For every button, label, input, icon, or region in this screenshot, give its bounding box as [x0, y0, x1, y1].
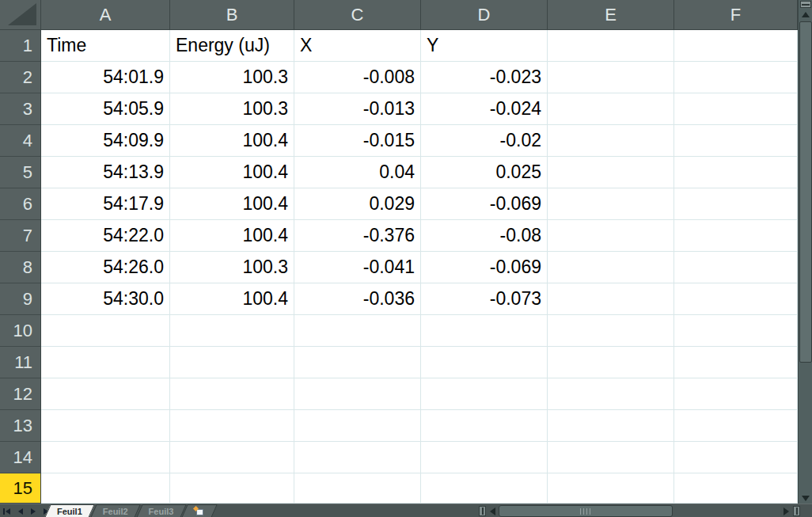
cell-F12[interactable] [674, 378, 798, 410]
cell-D7[interactable]: -0.08 [421, 220, 548, 252]
row-header-15[interactable]: 15 [0, 473, 41, 504]
cell-E15[interactable] [548, 473, 674, 504]
cell-A7[interactable]: 54:22.0 [41, 220, 170, 252]
cell-B4[interactable]: 100.4 [170, 125, 294, 157]
sheet-tab-feuil1[interactable]: Feuil1 [47, 504, 92, 517]
cell-D5[interactable]: 0.025 [421, 157, 548, 188]
column-header-D[interactable]: D [421, 0, 548, 30]
cell-B10[interactable] [170, 315, 294, 347]
cell-F2[interactable] [674, 62, 798, 93]
row-header-8[interactable]: 8 [0, 252, 41, 283]
cell-E1[interactable] [548, 30, 674, 62]
cell-B5[interactable]: 100.4 [170, 157, 294, 188]
insert-worksheet-tab[interactable] [184, 504, 214, 517]
cell-C9[interactable]: -0.036 [294, 283, 421, 315]
cell-A11[interactable] [41, 347, 170, 378]
cell-E9[interactable] [548, 283, 674, 315]
cell-A9[interactable]: 54:30.0 [41, 283, 170, 315]
cell-D15[interactable] [421, 473, 548, 504]
cell-C8[interactable]: -0.041 [294, 252, 421, 283]
cell-F10[interactable] [674, 315, 798, 347]
cell-F1[interactable] [674, 30, 798, 62]
cell-F4[interactable] [674, 125, 798, 157]
cell-B3[interactable]: 100.3 [170, 93, 294, 125]
cell-C10[interactable] [294, 315, 421, 347]
cell-D3[interactable]: -0.024 [421, 93, 548, 125]
cell-A15[interactable] [41, 473, 170, 504]
cell-D11[interactable] [421, 347, 548, 378]
cell-B12[interactable] [170, 378, 294, 410]
cell-B6[interactable]: 100.4 [170, 188, 294, 220]
vertical-scrollbar[interactable] [798, 0, 812, 504]
cell-C3[interactable]: -0.013 [294, 93, 421, 125]
cell-C2[interactable]: -0.008 [294, 62, 421, 93]
tab-area-split-handle[interactable] [479, 506, 486, 516]
cell-E14[interactable] [548, 442, 674, 473]
first-sheet-icon[interactable] [3, 506, 13, 516]
cell-C6[interactable]: 0.029 [294, 188, 421, 220]
column-header-B[interactable]: B [170, 0, 294, 30]
sheet-tab-feuil2[interactable]: Feuil2 [93, 504, 138, 517]
cell-D2[interactable]: -0.023 [421, 62, 548, 93]
column-header-E[interactable]: E [548, 0, 674, 30]
cell-B7[interactable]: 100.4 [170, 220, 294, 252]
scroll-right-arrow-icon[interactable] [784, 507, 789, 515]
cell-F14[interactable] [674, 442, 798, 473]
cell-B13[interactable] [170, 410, 294, 442]
cell-E5[interactable] [548, 157, 674, 188]
cell-E4[interactable] [548, 125, 674, 157]
cell-F5[interactable] [674, 157, 798, 188]
horizontal-split-handle[interactable] [793, 506, 800, 516]
cell-C15[interactable] [294, 473, 421, 504]
cell-C12[interactable] [294, 378, 421, 410]
row-header-10[interactable]: 10 [0, 315, 41, 347]
cell-B2[interactable]: 100.3 [170, 62, 294, 93]
cell-B1[interactable]: Energy (uJ) [170, 30, 294, 62]
cell-D14[interactable] [421, 442, 548, 473]
cell-A13[interactable] [41, 410, 170, 442]
row-header-2[interactable]: 2 [0, 62, 41, 93]
row-header-6[interactable]: 6 [0, 188, 41, 220]
cell-E13[interactable] [548, 410, 674, 442]
row-header-7[interactable]: 7 [0, 220, 41, 252]
row-header-5[interactable]: 5 [0, 157, 41, 188]
vertical-split-handle[interactable] [800, 1, 811, 8]
sheet-tab-feuil3[interactable]: Feuil3 [139, 504, 184, 517]
cell-D1[interactable]: Y [421, 30, 548, 62]
cell-C4[interactable]: -0.015 [294, 125, 421, 157]
cell-B8[interactable]: 100.3 [170, 252, 294, 283]
cell-A14[interactable] [41, 442, 170, 473]
cell-F6[interactable] [674, 188, 798, 220]
row-header-12[interactable]: 12 [0, 378, 41, 410]
vertical-scrollbar-thumb[interactable] [799, 21, 812, 363]
cell-F9[interactable] [674, 283, 798, 315]
cell-E3[interactable] [548, 93, 674, 125]
row-header-1[interactable]: 1 [0, 30, 41, 62]
scroll-left-arrow-icon[interactable] [490, 507, 495, 515]
cell-E6[interactable] [548, 188, 674, 220]
cell-D6[interactable]: -0.069 [421, 188, 548, 220]
cell-C7[interactable]: -0.376 [294, 220, 421, 252]
previous-sheet-icon[interactable] [16, 506, 25, 516]
row-header-13[interactable]: 13 [0, 410, 41, 442]
cell-D9[interactable]: -0.073 [421, 283, 548, 315]
cell-B15[interactable] [170, 473, 294, 504]
cell-F3[interactable] [674, 93, 798, 125]
cell-F11[interactable] [674, 347, 798, 378]
cell-C5[interactable]: 0.04 [294, 157, 421, 188]
cell-D12[interactable] [421, 378, 548, 410]
cell-C1[interactable]: X [294, 30, 421, 62]
scroll-up-arrow-icon[interactable] [802, 12, 810, 17]
cell-E7[interactable] [548, 220, 674, 252]
next-sheet-icon[interactable] [28, 506, 38, 516]
cell-B11[interactable] [170, 347, 294, 378]
cell-A2[interactable]: 54:01.9 [41, 62, 170, 93]
row-header-9[interactable]: 9 [0, 283, 41, 315]
cell-D4[interactable]: -0.02 [421, 125, 548, 157]
column-header-C[interactable]: C [294, 0, 421, 30]
cell-F7[interactable] [674, 220, 798, 252]
row-header-4[interactable]: 4 [0, 125, 41, 157]
cell-D10[interactable] [421, 315, 548, 347]
cell-D13[interactable] [421, 410, 548, 442]
cell-A1[interactable]: Time [41, 30, 170, 62]
